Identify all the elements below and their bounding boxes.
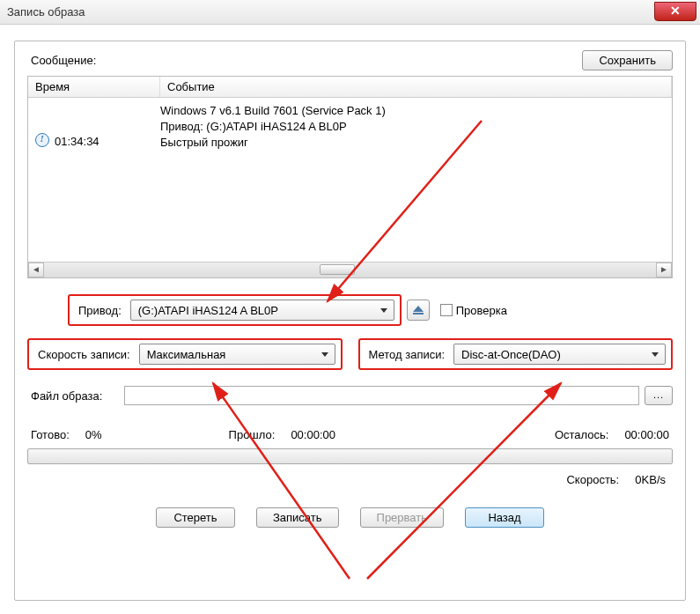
close-button[interactable]: ✕: [654, 2, 696, 21]
verify-label: Проверка: [456, 304, 507, 317]
col-event[interactable]: Событие: [160, 77, 672, 97]
elapsed-value: 00:00:00: [291, 428, 335, 441]
log-table: Время Событие 01:34:34 Windows 7 v6.1 Bu…: [27, 76, 673, 278]
speed-value: 0KB/s: [635, 473, 666, 486]
drive-dropdown[interactable]: (G:)ATAPI iHAS124 A BL0P: [130, 300, 394, 321]
remaining-label: Осталось:: [555, 428, 609, 441]
image-file-label: Файл образа:: [27, 388, 119, 404]
burn-button[interactable]: Записать: [256, 507, 339, 528]
log-line-3: Быстрый прожиг: [160, 135, 665, 151]
log-header: Время Событие: [28, 77, 672, 98]
eject-icon: [413, 306, 424, 312]
message-label: Сообщение:: [27, 52, 99, 69]
write-method-value: Disc-at-Once(DAO): [461, 348, 561, 361]
dialog-body: Сообщение: Сохранить Время Событие 01:34…: [14, 41, 686, 601]
back-button[interactable]: Назад: [465, 507, 544, 528]
progress-bar: [27, 448, 673, 464]
log-line-1: Windows 7 v6.1 Build 7601 (Service Pack …: [160, 103, 665, 119]
save-button[interactable]: Сохранить: [582, 50, 673, 70]
write-speed-highlight: Скорость записи: Максимальная: [27, 338, 343, 370]
window-title: Запись образа: [7, 5, 85, 18]
ready-value: 0%: [85, 428, 102, 441]
scroll-right-icon[interactable]: ►: [656, 263, 672, 277]
titlebar: Запись образа ✕: [0, 0, 700, 25]
write-speed-value: Максимальная: [147, 348, 226, 361]
horizontal-scrollbar[interactable]: ◄ ►: [28, 262, 672, 277]
log-line-2: Привод: (G:)ATAPI iHAS124 A BL0P: [160, 119, 665, 135]
elapsed-label: Прошло:: [229, 428, 276, 441]
write-speed-dropdown[interactable]: Максимальная: [139, 344, 335, 365]
erase-button[interactable]: Стереть: [156, 507, 235, 528]
log-time: 01:34:34: [55, 135, 99, 148]
browse-button[interactable]: ...: [645, 386, 673, 405]
button-row: Стереть Записать Прервать Назад: [27, 507, 673, 528]
drive-label: Привод:: [75, 302, 125, 319]
eject-button[interactable]: [407, 300, 430, 321]
write-method-label: Метод записи:: [365, 346, 449, 363]
verify-checkbox-wrap[interactable]: Проверка: [440, 304, 507, 317]
remaining-value: 00:00:00: [624, 428, 669, 441]
image-file-input[interactable]: [124, 386, 639, 405]
scroll-track[interactable]: [44, 263, 656, 277]
drive-highlight: Привод: (G:)ATAPI iHAS124 A BL0P: [68, 294, 402, 326]
scroll-thumb[interactable]: [320, 264, 355, 275]
speed-label: Скорость:: [566, 473, 619, 486]
scroll-left-icon[interactable]: ◄: [28, 263, 44, 277]
log-time-cell: 01:34:34: [35, 103, 160, 256]
info-icon: [35, 133, 49, 147]
log-body: 01:34:34 Windows 7 v6.1 Build 7601 (Serv…: [28, 98, 672, 262]
write-method-highlight: Метод записи: Disc-at-Once(DAO): [358, 338, 674, 370]
verify-checkbox[interactable]: [440, 304, 453, 316]
log-event-cell: Windows 7 v6.1 Build 7601 (Service Pack …: [160, 103, 665, 256]
drive-value: (G:)ATAPI iHAS124 A BL0P: [138, 304, 278, 317]
col-time[interactable]: Время: [28, 77, 160, 97]
abort-button: Прервать: [360, 507, 444, 528]
write-method-dropdown[interactable]: Disc-at-Once(DAO): [453, 344, 666, 365]
status-row: Готово: 0% Прошло: 00:00:00 Осталось: 00…: [27, 428, 673, 441]
ready-label: Готово:: [31, 428, 70, 441]
write-speed-label: Скорость записи:: [34, 346, 134, 363]
